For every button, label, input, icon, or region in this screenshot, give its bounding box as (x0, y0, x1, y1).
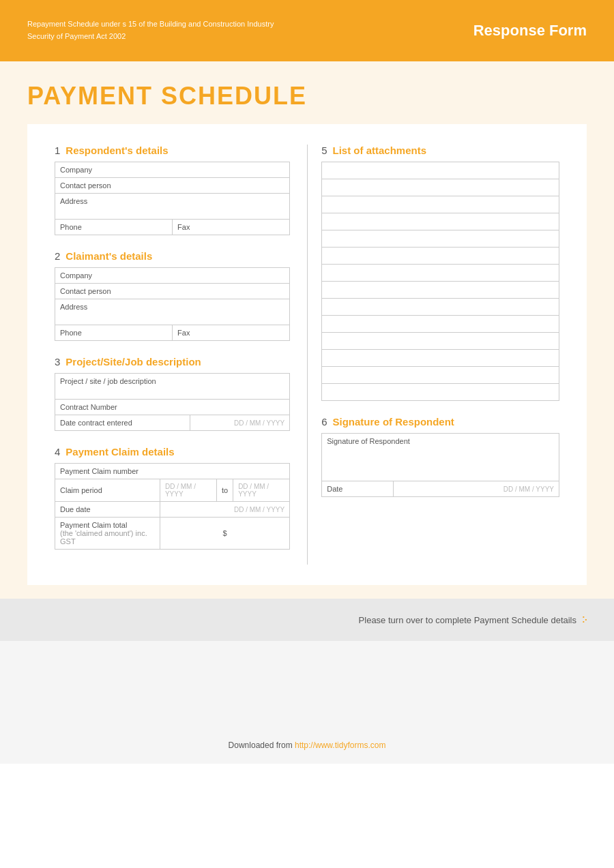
table-row: Contact person (55, 284, 290, 299)
turn-over-footer: Please turn over to complete Payment Sch… (0, 599, 614, 641)
left-column: 1 Respondent's details Company Contact p… (55, 145, 297, 565)
table-row: Date contract entered DD / MM / YYYY (55, 415, 290, 431)
respondent-heading: 1 Respondent's details (55, 145, 290, 156)
claim-period-to-date: DD / MM / YYYY (233, 479, 290, 502)
payment-claim-num: 4 (55, 446, 60, 458)
table-row: Signature of Respondent (322, 434, 559, 481)
list-item (322, 384, 559, 401)
claim-number-label: Payment Claim number (55, 464, 290, 479)
table-row: Company (55, 268, 290, 284)
respondent-num: 1 (55, 145, 60, 156)
main-background: PAYMENT SCHEDULE 1 Respondent's details … (0, 61, 614, 599)
project-num: 3 (55, 356, 60, 368)
table-row: Contact person (55, 178, 290, 194)
list-item (322, 316, 559, 333)
attachment-row (322, 265, 559, 282)
respondent-title: Respondent's details (65, 145, 168, 156)
attachment-row (322, 367, 559, 384)
claimant-section: 2 Claimant's details Company Contact per… (55, 250, 290, 341)
claim-period-label: Claim period (55, 479, 160, 502)
claim-period-to: to (216, 479, 233, 502)
table-row: Address (55, 299, 290, 325)
claimant-contact-label: Contact person (55, 284, 290, 299)
list-item (322, 367, 559, 384)
payment-claim-heading: 4 Payment Claim details (55, 446, 290, 458)
respondent-company-label: Company (55, 162, 290, 178)
project-section: 3 Project/Site/Job description Project /… (55, 356, 290, 431)
table-row: Company (55, 162, 290, 178)
table-row: Payment Claim total (the 'claimed amount… (55, 518, 290, 550)
respondent-address-label: Address (55, 194, 290, 220)
claimant-num: 2 (55, 250, 60, 262)
attachment-row (322, 333, 559, 350)
date-placeholder: DD / MM / YYYY (393, 481, 559, 497)
tidy-forms-link[interactable]: http://www.tidyforms.com (295, 740, 385, 750)
vertical-divider (307, 145, 308, 565)
attachments-num: 5 (321, 145, 327, 156)
claimant-address-label: Address (55, 299, 290, 325)
table-row: Project / site / job description (55, 374, 290, 400)
project-title: Project/Site/Job description (65, 356, 201, 368)
table-row: Payment Claim number (55, 464, 290, 479)
signature-title: Signature of Respondent (333, 416, 454, 428)
claim-period-from: DD / MM / YYYY (160, 479, 216, 502)
respondent-section: 1 Respondent's details Company Contact p… (55, 145, 290, 235)
list-item (322, 265, 559, 282)
claimant-heading: 2 Claimant's details (55, 250, 290, 262)
form-layout: 1 Respondent's details Company Contact p… (55, 145, 559, 565)
claimant-title: Claimant's details (65, 250, 152, 262)
claimant-company-label: Company (55, 268, 290, 284)
page-title: PAYMENT SCHEDULE (27, 82, 587, 110)
attachment-row (322, 384, 559, 401)
dots-icon: ∶⋅ (582, 612, 587, 627)
total-dollar: $ (160, 518, 289, 550)
table-row: Phone Fax (55, 325, 290, 341)
header-subtitle: Repayment Schedule under s 15 of the Bui… (27, 18, 274, 42)
header: Repayment Schedule under s 15 of the Bui… (0, 0, 614, 61)
attachments-section: 5 List of attachments (321, 145, 559, 401)
bottom-area: Downloaded from http://www.tidyforms.com (0, 641, 614, 764)
signature-heading: 6 Signature of Respondent (321, 416, 559, 428)
turn-over-text: Please turn over to complete Payment Sch… (359, 615, 576, 625)
payment-claim-section: 4 Payment Claim details Payment Claim nu… (55, 446, 290, 550)
attachments-table (321, 162, 559, 401)
attachment-row (322, 316, 559, 333)
header-form-title: Response Form (473, 22, 587, 40)
date-contract-label: Date contract entered (55, 415, 190, 431)
payment-claim-title: Payment Claim details (65, 446, 174, 458)
list-item (322, 248, 559, 265)
total-label: Payment Claim total (the 'claimed amount… (55, 518, 160, 550)
list-item (322, 213, 559, 230)
respondent-fax-label: Fax (173, 220, 290, 235)
date-contract-placeholder: DD / MM / YYYY (190, 415, 289, 431)
right-column: 5 List of attachments (318, 145, 559, 565)
list-item (322, 299, 559, 316)
list-item (322, 179, 559, 196)
list-item (322, 162, 559, 179)
attachments-heading: 5 List of attachments (321, 145, 559, 156)
claim-table: Payment Claim number Claim period DD / M… (55, 463, 290, 550)
claimant-table: Company Contact person Address Phone Fax (55, 267, 290, 341)
claimant-phone-label: Phone (55, 325, 173, 341)
signature-section: 6 Signature of Respondent Signature of R… (321, 416, 559, 497)
downloaded-text: Downloaded from (229, 740, 293, 750)
signature-num: 6 (321, 416, 327, 428)
form-card: 1 Respondent's details Company Contact p… (27, 124, 587, 585)
attachment-row (322, 179, 559, 196)
contract-number-label: Contract Number (55, 400, 290, 415)
due-date-label: Due date (55, 502, 160, 518)
date-label: Date (322, 481, 393, 497)
list-item (322, 350, 559, 367)
table-row: Claim period DD / MM / YYYY to DD / MM /… (55, 479, 290, 502)
respondent-table: Company Contact person Address Phone Fax (55, 162, 290, 235)
respondent-contact-label: Contact person (55, 178, 290, 194)
downloaded-from: Downloaded from http://www.tidyforms.com (229, 740, 386, 750)
table-row: Due date DD / MM / YYYY (55, 502, 290, 518)
attachment-row (322, 162, 559, 179)
list-item (322, 196, 559, 213)
table-row: Phone Fax (55, 220, 290, 235)
attachment-row (322, 299, 559, 316)
attachment-row (322, 350, 559, 367)
signature-table: Signature of Respondent Date DD / MM / Y… (321, 433, 559, 497)
signature-box: Signature of Respondent (322, 434, 559, 481)
